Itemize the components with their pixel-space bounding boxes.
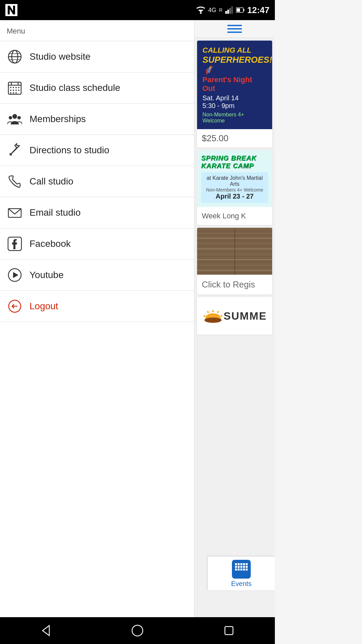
svg-point-21 bbox=[18, 87, 19, 88]
cards-area: CALLING ALL SUPERHEROES! 🦸 Parent's Nigh… bbox=[194, 38, 275, 337]
menu-item-studio-website[interactable]: Studio website bbox=[0, 41, 194, 72]
svg-rect-69 bbox=[225, 627, 233, 635]
main-layout: Menu Studio website bbox=[0, 20, 275, 617]
sun-icon bbox=[202, 303, 224, 329]
hamburger-menu[interactable] bbox=[227, 25, 242, 33]
svg-line-33 bbox=[10, 146, 19, 155]
bottom-navigation bbox=[0, 617, 275, 644]
events-tab[interactable]: Events bbox=[208, 556, 275, 590]
svg-marker-62 bbox=[217, 311, 219, 313]
calling-text: CALLING ALL bbox=[202, 46, 267, 55]
phone-icon bbox=[7, 173, 23, 190]
status-bar-right: 4G R 12:47 bbox=[196, 5, 269, 15]
spring-card-text: Week Long K bbox=[197, 207, 272, 225]
menu-item-studio-class-schedule[interactable]: Studio class schedule bbox=[0, 72, 194, 104]
call-studio-label: Call studio bbox=[29, 176, 73, 187]
home-button[interactable] bbox=[127, 621, 147, 641]
menu-item-logout[interactable]: Logout bbox=[0, 291, 194, 322]
n-logo bbox=[5, 4, 17, 16]
status-time: 12:47 bbox=[247, 5, 270, 15]
svg-rect-3 bbox=[227, 10, 229, 14]
menu-item-call-studio[interactable]: Call studio bbox=[0, 166, 194, 197]
summer-card[interactable]: SUMME bbox=[197, 297, 272, 335]
facebook-icon bbox=[7, 236, 23, 252]
menu-item-facebook[interactable]: Facebook bbox=[0, 228, 194, 260]
logout-arrow-icon bbox=[7, 298, 23, 314]
events-calendar-icon bbox=[232, 560, 251, 579]
superheroes-text: SUPERHEROES! 🦸 bbox=[202, 55, 267, 75]
content-panel: CALLING ALL SUPERHEROES! 🦸 Parent's Nigh… bbox=[194, 20, 275, 617]
svg-point-68 bbox=[132, 625, 143, 636]
spring-banner: SPRING BREAKKARATE CAMP at Karate John's… bbox=[197, 150, 272, 207]
click-to-register-text: Click to Regis bbox=[197, 275, 272, 294]
svg-point-20 bbox=[15, 87, 17, 88]
hamburger-line-3 bbox=[227, 32, 242, 33]
menu-item-email-studio[interactable]: Email studio bbox=[0, 197, 194, 228]
wifi-icon bbox=[196, 6, 205, 14]
calendar-grid-icon bbox=[7, 80, 23, 96]
spring-title: SPRING BREAKKARATE CAMP bbox=[201, 154, 268, 170]
svg-point-1 bbox=[200, 12, 202, 14]
directions-to-studio-label: Directions to studio bbox=[29, 145, 109, 156]
summer-banner: SUMME bbox=[197, 297, 272, 335]
spring-sub: at Karate John's Martial Arts Non-Member… bbox=[201, 172, 268, 203]
events-label: Events bbox=[231, 580, 251, 588]
svg-marker-65 bbox=[203, 315, 206, 317]
envelope-icon bbox=[7, 205, 23, 221]
menu-header: Menu bbox=[0, 20, 194, 41]
event-time-text: 5:30 - 9pm bbox=[202, 102, 267, 110]
summer-text: SUMME bbox=[224, 310, 267, 322]
svg-point-24 bbox=[15, 90, 17, 91]
studio-website-label: Studio website bbox=[29, 51, 90, 62]
hamburger-line-2 bbox=[227, 28, 242, 30]
svg-point-19 bbox=[13, 87, 14, 88]
status-bar-left bbox=[5, 4, 17, 16]
svg-rect-2 bbox=[225, 11, 227, 14]
studio-class-schedule-label: Studio class schedule bbox=[29, 83, 120, 93]
non-members-text: Non-Members 4+ Welcome bbox=[202, 112, 267, 124]
directions-arrow-icon bbox=[7, 142, 23, 158]
svg-rect-7 bbox=[243, 9, 244, 11]
recents-button[interactable] bbox=[219, 621, 239, 641]
people-group-icon bbox=[7, 111, 23, 127]
facebook-label: Facebook bbox=[29, 238, 71, 249]
signal-bars-icon bbox=[225, 6, 233, 14]
globe-icon bbox=[7, 49, 23, 65]
youtube-play-icon bbox=[7, 267, 23, 283]
event-date-text: Sat. April 14 bbox=[202, 94, 267, 102]
svg-point-31 bbox=[17, 116, 21, 119]
svg-marker-0 bbox=[198, 10, 203, 12]
menu-panel: Menu Studio website bbox=[0, 20, 194, 617]
svg-point-25 bbox=[18, 90, 19, 91]
svg-point-66 bbox=[204, 318, 222, 323]
content-header bbox=[194, 20, 275, 38]
superhero-banner: CALLING ALL SUPERHEROES! 🦸 Parent's Nigh… bbox=[197, 41, 272, 129]
svg-marker-63 bbox=[220, 315, 223, 317]
svg-point-22 bbox=[10, 90, 11, 91]
menu-item-youtube[interactable]: Youtube bbox=[0, 260, 194, 291]
wood-floor-card[interactable]: Click to Regis bbox=[197, 228, 272, 294]
email-studio-label: Email studio bbox=[29, 207, 81, 218]
svg-marker-61 bbox=[212, 309, 214, 312]
svg-point-27 bbox=[13, 92, 14, 94]
parents-night-text: Parent's Night Out bbox=[202, 75, 267, 93]
event-price: $25.00 bbox=[197, 129, 272, 148]
svg-rect-8 bbox=[237, 8, 240, 12]
menu-item-directions-to-studio[interactable]: Directions to studio bbox=[0, 135, 194, 166]
battery-icon bbox=[236, 7, 245, 13]
back-button[interactable] bbox=[36, 621, 56, 641]
logout-label: Logout bbox=[29, 301, 58, 312]
menu-item-memberships[interactable]: Memberships bbox=[0, 104, 194, 135]
svg-rect-4 bbox=[229, 8, 231, 14]
svg-marker-67 bbox=[43, 626, 49, 636]
spring-break-card[interactable]: SPRING BREAKKARATE CAMP at Karate John's… bbox=[197, 150, 272, 225]
youtube-label: Youtube bbox=[29, 270, 64, 280]
svg-marker-39 bbox=[13, 272, 18, 278]
superhero-event-card[interactable]: CALLING ALL SUPERHEROES! 🦸 Parent's Nigh… bbox=[197, 41, 272, 148]
memberships-label: Memberships bbox=[29, 114, 86, 124]
network-indicator: 4G bbox=[208, 7, 216, 14]
wood-floor-image bbox=[197, 228, 272, 275]
roaming-indicator: R bbox=[219, 7, 222, 13]
svg-rect-5 bbox=[231, 6, 233, 14]
svg-point-28 bbox=[15, 92, 17, 94]
